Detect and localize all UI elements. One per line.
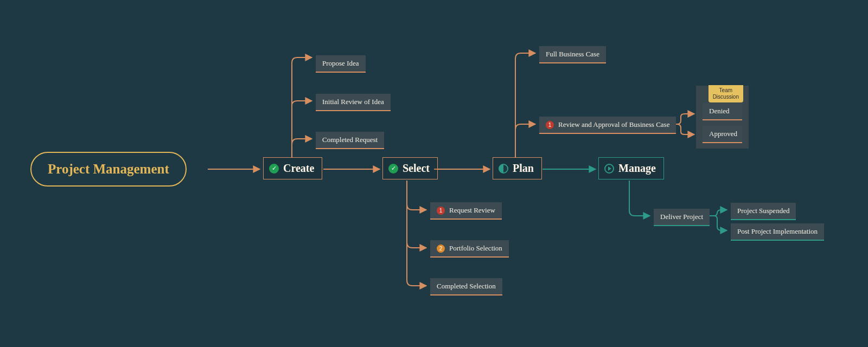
check-icon: ✓	[269, 164, 279, 174]
team-discussion-tag: TeamDiscussion	[709, 85, 743, 102]
stage-manage[interactable]: Manage	[598, 157, 664, 179]
leaf-review-approval[interactable]: 1 Review and Approval of Business Case	[539, 117, 676, 134]
leaf-propose-idea[interactable]: Propose Idea	[316, 55, 366, 73]
stage-plan-label: Plan	[513, 162, 534, 175]
leaf-post-project-impl[interactable]: Post Project Implementation	[731, 223, 824, 241]
play-icon	[604, 164, 614, 174]
stage-create[interactable]: ✓ Create	[263, 157, 322, 179]
stage-select[interactable]: ✓ Select	[382, 157, 438, 179]
leaf-completed-selection[interactable]: Completed Selection	[430, 278, 502, 295]
root-title: Project Management	[48, 162, 169, 176]
leaf-portfolio-selection[interactable]: 2 Portfolio Selection	[430, 240, 509, 258]
leaf-request-review[interactable]: 1 Request Review	[430, 202, 502, 220]
check-icon: ✓	[388, 164, 398, 174]
leaf-approved[interactable]: Approved	[703, 126, 742, 143]
bullet-one-icon: 1	[437, 207, 445, 215]
leaf-denied[interactable]: Denied	[703, 103, 742, 120]
bullet-one-icon: 1	[546, 121, 554, 129]
leaf-project-suspended[interactable]: Project Suspended	[731, 203, 796, 220]
review-outcome-group: TeamDiscussion Denied Approved	[696, 86, 749, 149]
leaf-initial-review[interactable]: Initial Review of Idea	[316, 94, 391, 111]
root-node[interactable]: Project Management	[30, 152, 187, 187]
half-progress-icon	[499, 164, 508, 174]
stage-select-label: Select	[403, 162, 430, 175]
stage-manage-label: Manage	[618, 162, 656, 175]
leaf-deliver-project[interactable]: Deliver Project	[654, 209, 710, 226]
leaf-full-business-case[interactable]: Full Business Case	[539, 46, 606, 63]
bullet-two-icon: 2	[437, 245, 445, 253]
stage-plan[interactable]: Plan	[493, 157, 542, 179]
leaf-completed-request[interactable]: Completed Request	[316, 132, 384, 149]
stage-create-label: Create	[283, 162, 314, 175]
